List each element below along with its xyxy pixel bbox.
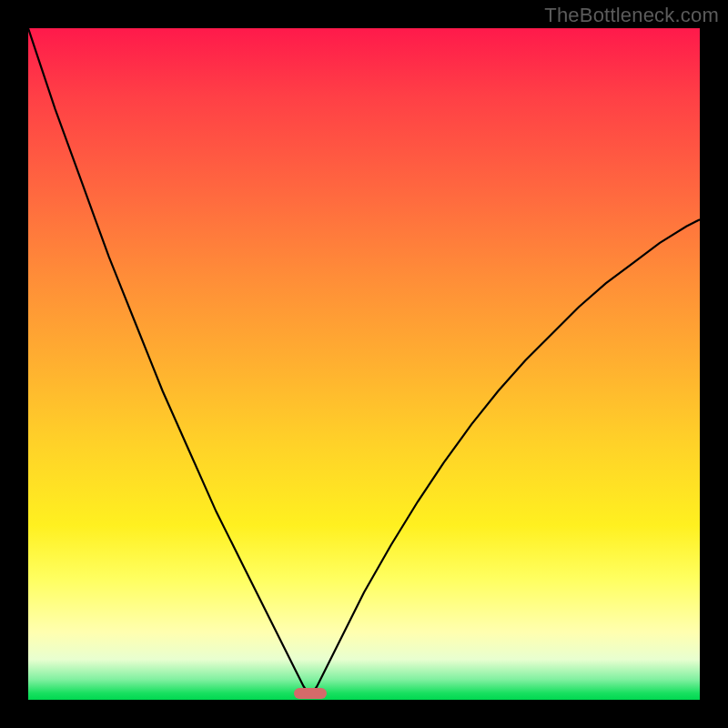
minimum-marker — [294, 688, 327, 699]
bottleneck-curve-path — [28, 28, 700, 696]
bottleneck-curve-svg — [28, 28, 700, 700]
watermark-text: TheBottleneck.com — [544, 4, 719, 27]
outer-black-frame: TheBottleneck.com — [0, 0, 728, 728]
plot-area — [28, 28, 700, 700]
